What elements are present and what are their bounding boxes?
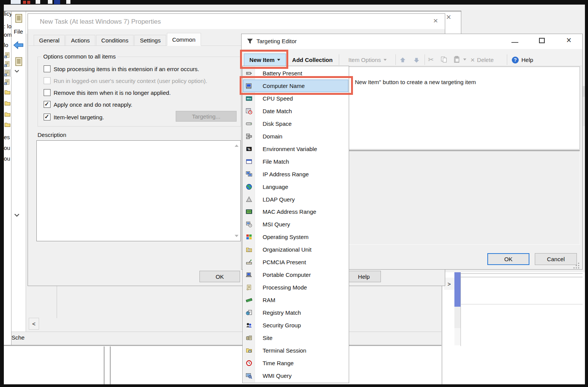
- te-ok-button[interactable]: OK: [487, 253, 529, 265]
- dialog-ok-button[interactable]: OK: [199, 271, 240, 282]
- folder-icon[interactable]: [4, 100, 11, 106]
- menu-item[interactable]: Security Group: [243, 319, 348, 332]
- menu-item[interactable]: Computer Name: [243, 80, 348, 92]
- menu-item[interactable]: Portable Computer: [243, 268, 348, 281]
- tab[interactable]: Common: [167, 33, 201, 46]
- delete-button[interactable]: × Delete: [470, 54, 493, 66]
- menu-item[interactable]: Site: [243, 332, 348, 344]
- chevron-down-icon[interactable]: [14, 213, 20, 217]
- add-collection-button[interactable]: Add Collection: [288, 54, 336, 66]
- tree-text-fragment: licy: [4, 10, 12, 17]
- gpo-link-icon[interactable]: [4, 61, 10, 67]
- menu-item[interactable]: Operating System: [243, 231, 348, 243]
- checkbox[interactable]: [44, 77, 51, 84]
- paste-icon[interactable]: [453, 56, 461, 63]
- menu-item[interactable]: Time Range: [243, 357, 348, 369]
- menu-item[interactable]: RAM: [243, 294, 348, 306]
- menu-item-label: LDAP Query: [263, 196, 295, 203]
- menu-item[interactable]: MAC Address Range: [243, 205, 348, 218]
- checkbox[interactable]: [44, 101, 51, 108]
- dialog-help-button[interactable]: Help: [347, 271, 381, 282]
- dialog-close-icon[interactable]: ×: [429, 16, 442, 27]
- checkbox-row[interactable]: Remove this item when it is no longer ap…: [44, 88, 171, 97]
- toolbar-separator: [507, 54, 507, 65]
- menu-item[interactable]: LDAP Query: [243, 193, 348, 206]
- menu-item-icon: [246, 309, 252, 316]
- maximize-icon[interactable]: [539, 38, 545, 43]
- checkbox-label: Item-level targeting.: [54, 114, 104, 120]
- minimize-icon[interactable]: [511, 42, 518, 43]
- menu-item[interactable]: Organizational Unit: [243, 243, 348, 256]
- toolbar-separator: [425, 54, 425, 65]
- menu-item[interactable]: Domain: [243, 130, 348, 143]
- back-arrow-icon[interactable]: [13, 41, 24, 50]
- menu-item[interactable]: Date Match: [243, 105, 348, 117]
- tab[interactable]: Conditions: [96, 35, 134, 46]
- menu-item-label: Processing Mode: [263, 284, 307, 291]
- menu-item-label: CPU Speed: [263, 95, 293, 102]
- menu-item-label: MAC Address Range: [263, 208, 316, 215]
- scrollbar-track[interactable]: [454, 307, 461, 328]
- gpo-link-icon[interactable]: [4, 52, 10, 58]
- tab[interactable]: General: [34, 35, 65, 46]
- cut-icon[interactable]: ✂: [428, 55, 434, 64]
- new-item-button[interactable]: New Item: [244, 54, 286, 66]
- file-menu[interactable]: File: [14, 28, 23, 35]
- item-options-button[interactable]: Item Options: [343, 54, 392, 66]
- scrollbar-track[interactable]: [454, 328, 461, 345]
- checkbox[interactable]: [44, 114, 51, 120]
- folder-icon[interactable]: [4, 121, 11, 128]
- menu-item[interactable]: WMI Query: [243, 369, 348, 382]
- menu-item[interactable]: Disk Space: [243, 117, 348, 130]
- menu-item[interactable]: Language: [243, 180, 348, 193]
- item-options-label: Item Options: [348, 57, 381, 63]
- checkbox-row[interactable]: Apply once and do not reapply.: [44, 100, 132, 109]
- menu-item[interactable]: File Match: [243, 155, 348, 168]
- resize-grip[interactable]: [574, 263, 580, 269]
- background-close-icon[interactable]: ×: [444, 12, 453, 22]
- scrollbar-thumb[interactable]: [454, 272, 461, 307]
- menu-item[interactable]: Processing Mode: [243, 281, 348, 294]
- paste-caret-icon[interactable]: [463, 59, 466, 60]
- te-cancel-label: Cancel: [547, 256, 565, 262]
- help-button[interactable]: ? Help: [512, 54, 533, 66]
- menu-item-icon: [246, 272, 252, 278]
- menu-item-label: Disk Space: [263, 120, 292, 127]
- te-cancel-button[interactable]: Cancel: [535, 253, 577, 265]
- tab-label: Settings: [140, 37, 160, 44]
- checkbox[interactable]: [44, 65, 51, 72]
- folder-icon[interactable]: [4, 89, 11, 95]
- menu-item[interactable]: PCMCIA Present: [243, 256, 348, 268]
- tab[interactable]: Actions: [65, 35, 95, 46]
- targeting-button[interactable]: Targeting...: [176, 111, 237, 122]
- hscroll-left-button[interactable]: <: [29, 318, 39, 330]
- menu-item[interactable]: Terminal Session: [243, 344, 348, 357]
- checkbox-row[interactable]: Stop processing items in this extension …: [44, 65, 199, 73]
- menu-item[interactable]: CPU Speed: [243, 92, 348, 105]
- close-icon[interactable]: ×: [562, 35, 575, 47]
- scroll-down-icon[interactable]: [235, 235, 238, 237]
- menu-item-label: Portable Computer: [263, 272, 311, 278]
- gpo-link-icon[interactable]: [4, 70, 10, 76]
- menu-item-icon: [246, 234, 252, 240]
- checkbox-row[interactable]: Run in logged-on user's security context…: [44, 76, 207, 85]
- menu-item[interactable]: IP Address Range: [243, 168, 348, 180]
- menu-item[interactable]: Battery Present: [243, 67, 348, 80]
- move-up-icon[interactable]: [399, 57, 406, 63]
- hscroll-right-button[interactable]: >: [444, 278, 454, 290]
- tab[interactable]: Settings: [134, 35, 166, 46]
- folder-icon[interactable]: [4, 111, 11, 117]
- menu-item-icon: [246, 259, 252, 265]
- menu-item[interactable]: Registry Match: [243, 306, 348, 319]
- gpo-link-icon[interactable]: [4, 79, 10, 85]
- chevron-down-icon[interactable]: [14, 70, 20, 73]
- checkbox[interactable]: [44, 89, 51, 96]
- move-down-icon[interactable]: [413, 57, 420, 63]
- menu-item[interactable]: MSI Query: [243, 218, 348, 231]
- copy-icon[interactable]: [441, 56, 448, 63]
- menu-item-label: Site: [263, 335, 273, 341]
- menu-item[interactable]: Environment Variable: [243, 143, 348, 155]
- description-textarea[interactable]: [36, 140, 241, 241]
- scroll-up-icon[interactable]: [235, 145, 238, 147]
- checkbox-row[interactable]: Item-level targeting.: [44, 113, 104, 121]
